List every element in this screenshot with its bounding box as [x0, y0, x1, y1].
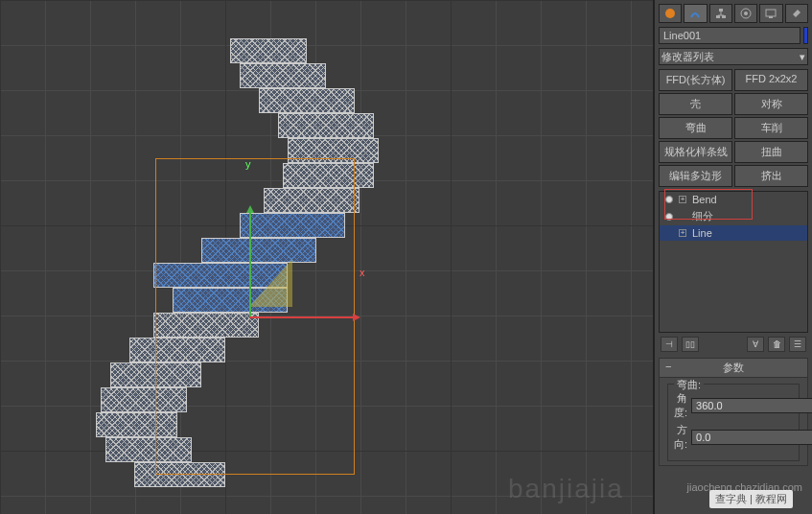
- angle-label: 角度:: [674, 391, 687, 420]
- bend-group: 弯曲: 角度: ▲▼ 方向: ▲▼: [667, 384, 800, 461]
- mod-lathe[interactable]: 车削: [734, 117, 808, 139]
- spiral-stair-mesh[interactable]: [96, 29, 441, 499]
- mod-ffd-2x2x2[interactable]: FFD 2x2x2: [734, 69, 808, 91]
- display-tab[interactable]: [759, 4, 782, 23]
- viewport[interactable]: x y banjiajia: [0, 0, 654, 514]
- hierarchy-tab[interactable]: [709, 4, 732, 23]
- svg-point-7: [744, 12, 748, 15]
- svg-rect-1: [719, 9, 723, 12]
- rollout-title: 参数: [723, 362, 744, 373]
- angle-input[interactable]: [692, 399, 812, 412]
- create-tab[interactable]: [659, 4, 682, 23]
- angle-spinner[interactable]: ▲▼: [691, 398, 812, 413]
- axis-y-label: y: [245, 158, 251, 170]
- show-result-button[interactable]: ▯▯: [682, 337, 699, 352]
- mod-normalize-spline[interactable]: 规格化样条线: [659, 141, 732, 163]
- modifier-stack[interactable]: + Bend 细分 + Line: [659, 191, 808, 333]
- mod-ffd-box[interactable]: FFD(长方体): [659, 69, 732, 91]
- direction-input[interactable]: [692, 431, 812, 444]
- object-name-field[interactable]: [659, 27, 800, 44]
- mod-bend[interactable]: 弯曲: [659, 117, 732, 139]
- direction-label: 方向:: [674, 423, 687, 452]
- direction-spinner[interactable]: ▲▼: [691, 430, 812, 445]
- stack-item-bend[interactable]: + Bend: [660, 192, 807, 207]
- stack-item-label: Line: [692, 227, 712, 239]
- remove-modifier-button[interactable]: 🗑: [768, 337, 785, 352]
- modifier-list-dropdown[interactable]: 修改器列表 ▾: [659, 48, 808, 65]
- expand-icon[interactable]: +: [679, 196, 686, 203]
- make-unique-button[interactable]: ∀: [747, 337, 764, 352]
- modify-tab[interactable]: [684, 4, 707, 23]
- stack-item-label: Bend: [692, 194, 717, 205]
- mod-extrude[interactable]: 挤出: [734, 165, 808, 187]
- modifier-buttons: FFD(长方体) FFD 2x2x2 壳 对称 弯曲 车削 规格化样条线 扭曲 …: [659, 69, 808, 187]
- parameters-rollout: 参数 弯曲: 角度: ▲▼ 方向: ▲▼: [659, 358, 808, 466]
- mod-shell[interactable]: 壳: [659, 93, 732, 115]
- object-color-swatch[interactable]: [803, 27, 808, 44]
- axis-x-label: x: [360, 267, 365, 278]
- svg-rect-8: [766, 10, 776, 16]
- mod-twist[interactable]: 扭曲: [734, 141, 808, 163]
- watermark-logo: banjiajia: [508, 474, 624, 504]
- stack-controls: ⊣ ▯▯ ∀ 🗑 ☰: [659, 337, 808, 352]
- modifier-list-label: 修改器列表: [661, 50, 714, 64]
- watermark-badge: 查字典 | 教程网: [709, 490, 793, 508]
- pin-stack-button[interactable]: ⊣: [661, 337, 678, 352]
- configure-sets-button[interactable]: ☰: [789, 337, 806, 352]
- stack-item-tessellate[interactable]: 细分: [660, 207, 807, 225]
- command-panel: 修改器列表 ▾ FFD(长方体) FFD 2x2x2 壳 对称 弯曲 车削 规格…: [654, 0, 812, 514]
- bulb-icon[interactable]: [665, 213, 673, 221]
- chevron-down-icon: ▾: [800, 51, 805, 63]
- stack-item-line[interactable]: + Line: [660, 225, 807, 241]
- mod-edit-poly[interactable]: 编辑多边形: [659, 165, 732, 187]
- expand-icon[interactable]: +: [679, 229, 686, 237]
- svg-rect-9: [769, 16, 773, 18]
- bulb-icon[interactable]: [665, 196, 673, 203]
- svg-point-0: [665, 9, 675, 18]
- mod-symmetry[interactable]: 对称: [734, 93, 808, 115]
- bend-group-label: 弯曲:: [674, 378, 704, 392]
- stack-item-label: 细分: [692, 209, 713, 223]
- utilities-tab[interactable]: [785, 4, 808, 23]
- command-panel-tabs: [659, 4, 808, 23]
- rollout-header[interactable]: 参数: [660, 359, 807, 378]
- motion-tab[interactable]: [734, 4, 757, 23]
